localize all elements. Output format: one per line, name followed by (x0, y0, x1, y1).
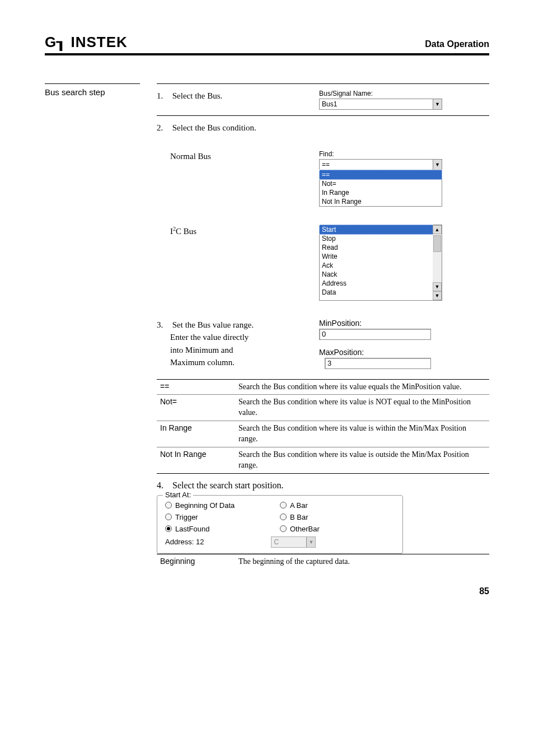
table-row: Beginning The beginning of the captured … (157, 554, 489, 570)
i2c-option[interactable]: Nack (320, 270, 433, 279)
i2c-option[interactable]: Read (320, 243, 433, 252)
i2c-option[interactable]: Stop (320, 234, 433, 243)
chevron-down-icon[interactable]: ▼ (433, 99, 442, 109)
step-number: 4. (157, 480, 170, 491)
bus-name-value: Bus1 (320, 100, 433, 108)
radio-icon (280, 525, 287, 532)
otherbar-dropdown: C ▼ (271, 536, 316, 548)
step-text: Maximum column. (157, 356, 235, 369)
i2c-option[interactable]: Data (320, 288, 433, 297)
radio-label: A Bar (290, 501, 308, 510)
step-text: Select the search start position. (172, 480, 284, 490)
def-key: Not In Range (157, 447, 235, 473)
page-section-title: Data Operation (425, 39, 489, 49)
i2c-option[interactable]: Ack (320, 261, 433, 270)
step-text: Enter the value directly (157, 331, 249, 344)
find-option[interactable]: == (319, 170, 442, 180)
find-dropdown[interactable]: == ▼ (319, 159, 442, 170)
radio-beginning-of-data[interactable]: Beginning Of Data (165, 501, 280, 510)
def-key: Not= (157, 395, 235, 421)
address-label: Address: 12 (165, 538, 204, 546)
step-text: Select the Bus. (172, 91, 223, 100)
brand-logo: G┒ INSTEK (45, 34, 128, 51)
step-text: into Minimum and (157, 344, 233, 357)
scroll-track[interactable] (433, 234, 442, 282)
def-key: == (157, 380, 235, 395)
subsection-heading: Bus search step (45, 83, 140, 570)
step-number: 1. (157, 90, 170, 102)
find-option[interactable]: Not In Range (320, 197, 442, 206)
def-val: Search the Bus condition where its value… (235, 421, 489, 447)
radio-b-bar[interactable]: B Bar (280, 513, 395, 521)
radio-icon (165, 514, 172, 520)
start-at-groupbox: Start At: Beginning Of Data A Bar Trigge… (157, 495, 403, 554)
radio-label: OtherBar (290, 525, 320, 533)
i2c-option[interactable]: Start (319, 225, 433, 235)
table-row: In Range Search the Bus condition where … (157, 421, 489, 447)
def-val: Search the Bus condition where its value… (235, 380, 465, 395)
i2c-label-post: C Bus (176, 227, 196, 236)
step-number: 2. (157, 122, 170, 134)
table-row: == Search the Bus condition where its va… (157, 379, 489, 395)
max-position-label: MaxPosition: (319, 348, 489, 357)
radio-label: Trigger (175, 513, 198, 521)
i2c-option[interactable]: Write (320, 252, 433, 261)
chevron-down-icon[interactable]: ▼ (433, 160, 442, 170)
radio-icon (165, 525, 172, 532)
find-options-list[interactable]: == Not= In Range Not In Range (319, 170, 442, 207)
normal-bus-label: Normal Bus (157, 150, 297, 163)
chevron-down-icon: ▼ (306, 537, 315, 547)
groupbox-title: Start At: (163, 491, 193, 499)
radio-icon (165, 502, 172, 508)
min-position-input[interactable]: 0 (319, 329, 431, 340)
scroll-up-icon[interactable]: ▲ (433, 225, 442, 234)
radio-trigger[interactable]: Trigger (165, 513, 280, 521)
step-text: Select the Bus condition. (172, 123, 256, 132)
find-option[interactable]: In Range (320, 188, 442, 197)
condition-definitions-table: == Search the Bus condition where its va… (157, 379, 489, 474)
step-text: Set the Bus value range. (172, 320, 254, 329)
radio-icon (280, 502, 287, 508)
find-label: Find: (319, 150, 489, 158)
otherbar-value: C (271, 538, 306, 546)
i2c-options-list[interactable]: Start Stop Read Write Ack Nack Address D… (319, 225, 442, 301)
max-position-input[interactable]: 3 (325, 358, 431, 369)
scroll-down-icon[interactable]: ▼ (433, 282, 442, 291)
radio-label: LastFound (175, 525, 209, 533)
table-row: Not= Search the Bus condition where its … (157, 394, 489, 421)
page-number: 85 (45, 586, 489, 596)
scroll-down-icon[interactable]: ▼ (433, 291, 442, 300)
radio-lastfound[interactable]: LastFound (165, 525, 280, 533)
table-row: Not In Range Search the Bus condition wh… (157, 447, 489, 473)
def-val: Search the Bus condition where its value… (235, 447, 489, 473)
min-position-label: MinPosition: (319, 319, 489, 328)
def-key: In Range (157, 421, 235, 447)
step-number: 3. (157, 319, 170, 332)
def-val: Search the Bus condition where its value… (235, 395, 489, 421)
find-selected: == (320, 161, 433, 169)
bus-name-dropdown[interactable]: Bus1 ▼ (319, 99, 442, 110)
radio-a-bar[interactable]: A Bar (280, 501, 395, 510)
radio-label: Beginning Of Data (175, 501, 235, 510)
radio-otherbar[interactable]: OtherBar (280, 525, 395, 533)
radio-label: B Bar (290, 513, 308, 521)
def-key: Beginning (157, 554, 235, 570)
i2c-option[interactable]: Address (320, 279, 433, 288)
radio-icon (280, 514, 287, 520)
def-val: The beginning of the captured data. (235, 554, 353, 570)
bus-name-label: Bus/Signal Name: (319, 90, 489, 97)
scrollbar[interactable]: ▲ ▼ ▼ (433, 225, 442, 300)
scroll-thumb[interactable] (433, 235, 441, 252)
find-option[interactable]: Not= (320, 179, 442, 188)
